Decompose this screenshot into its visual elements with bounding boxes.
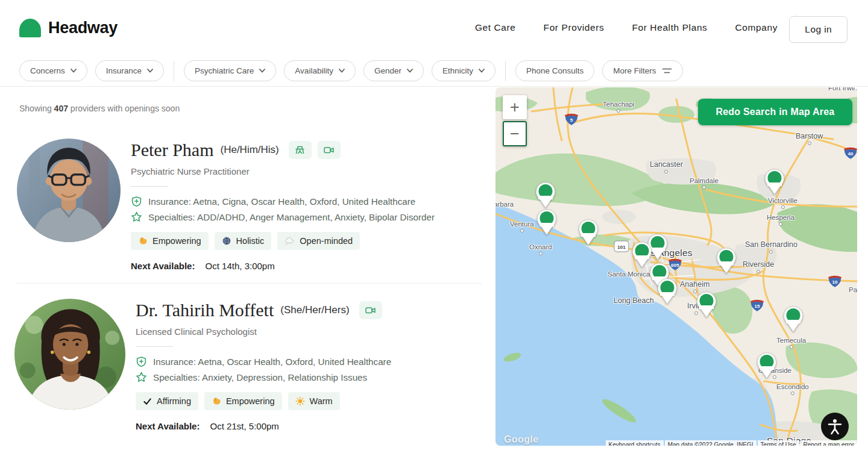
filter-label: Psychiatric Care — [195, 66, 254, 75]
filter-lines-icon — [662, 67, 672, 75]
provider-avatar[interactable] — [14, 299, 125, 410]
map-label-santa-monica: Santa Monica — [608, 270, 650, 278]
map-label-san-bernardino: San Bernardino — [745, 240, 797, 254]
nav-for-providers[interactable]: For Providers — [544, 22, 605, 33]
badge-label: Affirming — [157, 396, 191, 406]
next-available-label: Next Available: — [136, 421, 200, 431]
map-provider-pin[interactable] — [536, 209, 557, 238]
badge-open-minded: Open-minded — [277, 232, 360, 250]
svg-text:605: 605 — [671, 263, 679, 268]
filter-availability[interactable]: Availability — [284, 60, 356, 81]
map-provider-pin[interactable] — [535, 182, 556, 211]
map-label-ventura: Ventura — [510, 220, 534, 232]
map-provider-pin[interactable] — [657, 278, 678, 307]
login-button[interactable]: Log in — [789, 16, 848, 43]
provider-info: Dr. Tahirih Moffett (She/Her/Hers) Licen… — [136, 299, 391, 431]
map-canvas[interactable]: Fort IrwinTehachapiBarstowLancasterPalmd… — [495, 87, 857, 446]
filter-ethnicity[interactable]: Ethnicity — [432, 60, 495, 81]
filter-gender[interactable]: Gender — [363, 60, 424, 81]
filter-insurance[interactable]: Insurance — [95, 60, 164, 81]
map-label-riverside: Riverside — [743, 260, 774, 273]
filter-more-filters[interactable]: More Filters — [602, 60, 682, 81]
flexed-biceps-icon — [138, 236, 148, 246]
city-dot — [756, 270, 760, 273]
chevron-down-icon — [479, 69, 485, 73]
filter-label: Phone Consults — [526, 66, 583, 75]
city-dot — [664, 170, 668, 173]
provider-title: Psychiatric Nurse Practitioner — [131, 166, 435, 176]
city-dot — [617, 109, 620, 113]
map-label-victorville: Victorville — [768, 197, 797, 209]
accessibility-button[interactable] — [821, 413, 849, 440]
results-count-suffix: providers with openings soon — [71, 104, 180, 113]
shield-plus-icon — [136, 356, 147, 367]
specialties-row: Specialties: Anxiety, Depression, Relati… — [136, 372, 391, 383]
insurance-row: Insurance: Aetna, Oscar Health, Oxford, … — [136, 356, 391, 367]
provider-card-peter-pham[interactable]: Peter Pham (He/Him/His) Psychiatric Nurs… — [17, 139, 482, 271]
svg-text:10: 10 — [832, 279, 838, 285]
star-icon — [131, 211, 142, 223]
nav-get-care[interactable]: Get Care — [475, 22, 516, 33]
map-provider-pin[interactable] — [716, 248, 737, 276]
headway-provider-search-page: Headway Get CareFor ProvidersFor Health … — [0, 0, 868, 468]
provider-pronouns: (She/Her/Hers) — [280, 304, 349, 316]
map-label-escondido: Escondido — [776, 383, 809, 395]
nav-for-health-plans[interactable]: For Health Plans — [632, 22, 707, 33]
svg-text:5: 5 — [570, 117, 573, 123]
map-attribution-terms-of-use[interactable]: Terms of Use — [758, 440, 799, 446]
filter-label: Concerns — [30, 66, 65, 75]
map-attribution-map-data-2022-google-inegi[interactable]: Map data ©2022 Google, INEGI — [665, 440, 756, 446]
interstate-10-shield-icon: 10 — [827, 275, 843, 290]
google-logo[interactable]: Google — [504, 434, 539, 445]
badge-label: Holistic — [236, 236, 265, 246]
personality-badges: AffirmingEmpoweringWarm — [136, 392, 391, 410]
city-dot — [790, 345, 793, 349]
provider-name-row: Peter Pham (He/Him/His) — [131, 140, 435, 160]
session-type-icons — [289, 141, 341, 159]
provider-name: Dr. Tahirih Moffett — [136, 300, 274, 320]
filter-bar: ConcernsInsurancePsychiatric CareAvailab… — [0, 55, 868, 87]
provider-name-row: Dr. Tahirih Moffett (She/Her/Hers) — [136, 300, 391, 320]
filter-label: Gender — [374, 66, 401, 75]
filter-label: Availability — [295, 66, 333, 75]
thought-bubble-icon — [285, 236, 295, 246]
interstate-40-shield-icon: 40 — [843, 146, 857, 162]
globe-icon — [222, 236, 231, 246]
filter-psychiatric-care[interactable]: Psychiatric Care — [184, 60, 276, 81]
zoom-out-button[interactable]: − — [503, 121, 527, 146]
provider-avatar[interactable] — [17, 139, 121, 242]
provider-name: Peter Pham — [131, 140, 213, 160]
map-attribution-keyboard-shortcuts[interactable]: Keyboard shortcuts — [606, 440, 664, 446]
map-label-lancaster: Lancaster — [650, 160, 683, 173]
next-available-label: Next Available: — [131, 261, 195, 271]
map-provider-pin[interactable] — [783, 306, 804, 335]
provider-card-tahirih-moffett[interactable]: Dr. Tahirih Moffett (She/Her/Hers) Licen… — [14, 299, 482, 431]
redo-search-button[interactable]: Redo Search in Map Area — [698, 99, 852, 125]
next-available-row: Next Available: Oct 14th, 3:00pm — [131, 261, 435, 271]
us-101-shield-icon: 101 — [614, 240, 629, 255]
headway-logo[interactable]: Headway — [19, 19, 118, 37]
filter-label: Insurance — [106, 66, 142, 75]
city-dot — [791, 392, 794, 395]
in-person-session-icon — [294, 144, 306, 156]
city-dot — [781, 205, 785, 209]
map-attribution-report-a-map-error[interactable]: Report a map error — [800, 440, 857, 446]
city-dot — [808, 142, 811, 145]
map-label-fort-irwin: Fort Irwin — [828, 87, 857, 92]
filter-phone-consults[interactable]: Phone Consults — [515, 60, 594, 81]
map-provider-pin[interactable] — [764, 169, 785, 198]
city-dot — [702, 186, 706, 189]
zoom-in-button[interactable]: + — [503, 95, 527, 119]
video-session-badge — [318, 141, 341, 159]
nav-links: Get CareFor ProvidersFor Health PlansCom… — [475, 0, 778, 55]
map-provider-pin[interactable] — [578, 219, 599, 248]
badge-empowering: Empowering — [131, 232, 209, 250]
map-label-palm-springs: Palm Springs — [849, 286, 857, 293]
nav-company[interactable]: Company — [735, 22, 778, 33]
map-provider-pin[interactable] — [696, 292, 717, 320]
filter-concerns[interactable]: Concerns — [19, 60, 87, 81]
specialties-text: Specialties: Anxiety, Depression, Relati… — [153, 372, 367, 382]
map-label-palmdale: Palmdale — [690, 177, 719, 189]
city-dot — [779, 222, 782, 226]
map-provider-pin[interactable] — [756, 352, 777, 381]
